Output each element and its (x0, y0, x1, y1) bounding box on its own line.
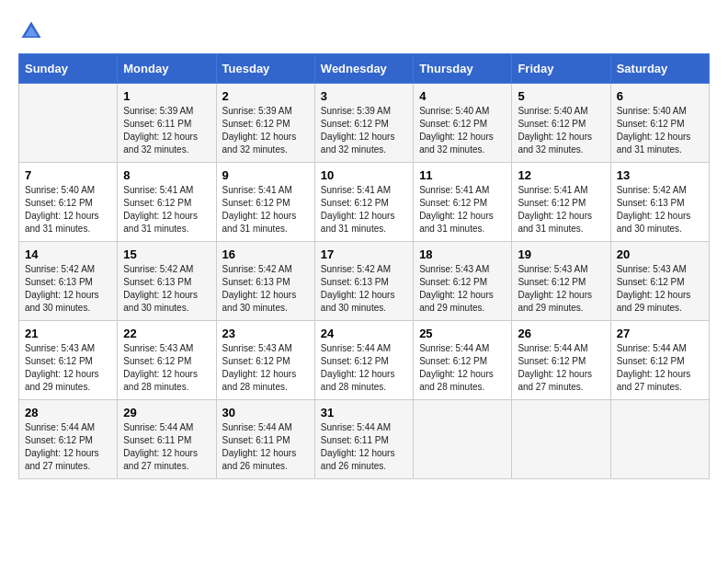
day-info: Sunrise: 5:44 AMSunset: 6:12 PMDaylight:… (518, 342, 604, 394)
day-info: Sunrise: 5:39 AMSunset: 6:11 PMDaylight:… (123, 105, 210, 156)
day-info: Sunrise: 5:40 AMSunset: 6:12 PMDaylight:… (419, 105, 506, 156)
day-info: Sunrise: 5:43 AMSunset: 6:12 PMDaylight:… (617, 263, 703, 315)
day-info: Sunrise: 5:39 AMSunset: 6:12 PMDaylight:… (222, 105, 309, 156)
calendar-cell: 29Sunrise: 5:44 AMSunset: 6:11 PMDayligh… (118, 400, 216, 479)
calendar-header-row: SundayMondayTuesdayWednesdayThursdayFrid… (19, 54, 710, 84)
day-info: Sunrise: 5:43 AMSunset: 6:12 PMDaylight:… (25, 342, 111, 394)
day-info: Sunrise: 5:42 AMSunset: 6:13 PMDaylight:… (617, 184, 703, 236)
calendar-week-3: 21Sunrise: 5:43 AMSunset: 6:12 PMDayligh… (19, 321, 710, 400)
day-number: 7 (25, 168, 111, 182)
calendar-cell: 31Sunrise: 5:44 AMSunset: 6:11 PMDayligh… (314, 400, 413, 479)
day-number: 6 (617, 89, 703, 103)
day-info: Sunrise: 5:44 AMSunset: 6:12 PMDaylight:… (321, 342, 407, 394)
day-number: 30 (222, 406, 309, 419)
day-header-thursday: Thursday (414, 54, 512, 84)
day-info: Sunrise: 5:42 AMSunset: 6:13 PMDaylight:… (123, 263, 210, 315)
day-number: 11 (419, 168, 506, 182)
day-header-saturday: Saturday (610, 54, 709, 84)
calendar-cell: 4Sunrise: 5:40 AMSunset: 6:12 PMDaylight… (414, 84, 512, 163)
day-number: 3 (321, 89, 407, 103)
day-info: Sunrise: 5:44 AMSunset: 6:12 PMDaylight:… (25, 421, 111, 473)
day-number: 29 (123, 406, 210, 419)
day-info: Sunrise: 5:40 AMSunset: 6:12 PMDaylight:… (617, 105, 703, 156)
calendar-cell: 27Sunrise: 5:44 AMSunset: 6:12 PMDayligh… (610, 321, 709, 400)
day-number: 10 (321, 168, 407, 182)
calendar-cell: 15Sunrise: 5:42 AMSunset: 6:13 PMDayligh… (118, 242, 216, 321)
calendar-cell: 13Sunrise: 5:42 AMSunset: 6:13 PMDayligh… (610, 163, 709, 242)
calendar-week-1: 7Sunrise: 5:40 AMSunset: 6:12 PMDaylight… (19, 163, 710, 242)
calendar-cell: 26Sunrise: 5:44 AMSunset: 6:12 PMDayligh… (512, 321, 610, 400)
day-number: 22 (123, 327, 210, 340)
day-header-tuesday: Tuesday (216, 54, 314, 84)
day-number: 27 (617, 327, 703, 340)
calendar-cell: 11Sunrise: 5:41 AMSunset: 6:12 PMDayligh… (414, 163, 512, 242)
calendar-cell: 19Sunrise: 5:43 AMSunset: 6:12 PMDayligh… (512, 242, 610, 321)
day-info: Sunrise: 5:41 AMSunset: 6:12 PMDaylight:… (123, 184, 210, 236)
day-info: Sunrise: 5:40 AMSunset: 6:12 PMDaylight:… (518, 105, 604, 156)
logo (18, 18, 48, 44)
calendar-table: SundayMondayTuesdayWednesdayThursdayFrid… (18, 53, 710, 479)
day-info: Sunrise: 5:44 AMSunset: 6:12 PMDaylight:… (419, 342, 506, 394)
calendar-cell: 14Sunrise: 5:42 AMSunset: 6:13 PMDayligh… (19, 242, 118, 321)
day-number: 15 (123, 247, 210, 261)
day-info: Sunrise: 5:44 AMSunset: 6:12 PMDaylight:… (617, 342, 703, 394)
day-number: 14 (25, 247, 111, 261)
calendar-cell: 10Sunrise: 5:41 AMSunset: 6:12 PMDayligh… (314, 163, 413, 242)
day-number: 16 (222, 247, 309, 261)
day-number: 2 (222, 89, 309, 103)
calendar-cell: 28Sunrise: 5:44 AMSunset: 6:12 PMDayligh… (19, 400, 118, 479)
day-number: 5 (518, 89, 604, 103)
day-info: Sunrise: 5:41 AMSunset: 6:12 PMDaylight:… (222, 184, 309, 236)
day-info: Sunrise: 5:42 AMSunset: 6:13 PMDaylight:… (321, 263, 407, 315)
day-number: 9 (222, 168, 309, 182)
day-info: Sunrise: 5:43 AMSunset: 6:12 PMDaylight:… (222, 342, 309, 394)
calendar-cell (19, 84, 118, 163)
day-number: 8 (123, 168, 210, 182)
day-number: 13 (617, 168, 703, 182)
calendar-cell: 22Sunrise: 5:43 AMSunset: 6:12 PMDayligh… (118, 321, 216, 400)
calendar-cell: 1Sunrise: 5:39 AMSunset: 6:11 PMDaylight… (118, 84, 216, 163)
calendar-cell: 30Sunrise: 5:44 AMSunset: 6:11 PMDayligh… (216, 400, 314, 479)
calendar-cell: 16Sunrise: 5:42 AMSunset: 6:13 PMDayligh… (216, 242, 314, 321)
calendar-cell: 8Sunrise: 5:41 AMSunset: 6:12 PMDaylight… (118, 163, 216, 242)
day-info: Sunrise: 5:44 AMSunset: 6:11 PMDaylight:… (123, 421, 210, 473)
day-number: 24 (321, 327, 407, 340)
day-number: 31 (321, 406, 407, 419)
day-info: Sunrise: 5:43 AMSunset: 6:12 PMDaylight:… (419, 263, 506, 315)
day-info: Sunrise: 5:42 AMSunset: 6:13 PMDaylight:… (222, 263, 309, 315)
day-number: 25 (419, 327, 506, 340)
day-number: 21 (25, 327, 111, 340)
calendar-cell: 17Sunrise: 5:42 AMSunset: 6:13 PMDayligh… (314, 242, 413, 321)
calendar-cell: 24Sunrise: 5:44 AMSunset: 6:12 PMDayligh… (314, 321, 413, 400)
calendar-cell: 3Sunrise: 5:39 AMSunset: 6:12 PMDaylight… (314, 84, 413, 163)
logo-icon (18, 18, 44, 44)
calendar-cell: 21Sunrise: 5:43 AMSunset: 6:12 PMDayligh… (19, 321, 118, 400)
day-header-monday: Monday (118, 54, 216, 84)
calendar-cell: 2Sunrise: 5:39 AMSunset: 6:12 PMDaylight… (216, 84, 314, 163)
calendar-week-0: 1Sunrise: 5:39 AMSunset: 6:11 PMDaylight… (19, 84, 710, 163)
day-number: 12 (518, 168, 604, 182)
day-number: 28 (25, 406, 111, 419)
calendar-week-4: 28Sunrise: 5:44 AMSunset: 6:12 PMDayligh… (19, 400, 710, 479)
day-number: 20 (617, 247, 703, 261)
calendar-cell: 12Sunrise: 5:41 AMSunset: 6:12 PMDayligh… (512, 163, 610, 242)
calendar-cell: 23Sunrise: 5:43 AMSunset: 6:12 PMDayligh… (216, 321, 314, 400)
day-info: Sunrise: 5:39 AMSunset: 6:12 PMDaylight:… (321, 105, 407, 156)
day-number: 18 (419, 247, 506, 261)
day-info: Sunrise: 5:42 AMSunset: 6:13 PMDaylight:… (25, 263, 111, 315)
calendar-cell: 20Sunrise: 5:43 AMSunset: 6:12 PMDayligh… (610, 242, 709, 321)
day-number: 23 (222, 327, 309, 340)
day-info: Sunrise: 5:41 AMSunset: 6:12 PMDaylight:… (321, 184, 407, 236)
calendar-week-2: 14Sunrise: 5:42 AMSunset: 6:13 PMDayligh… (19, 242, 710, 321)
day-header-friday: Friday (512, 54, 610, 84)
day-info: Sunrise: 5:41 AMSunset: 6:12 PMDaylight:… (419, 184, 506, 236)
calendar-cell: 7Sunrise: 5:40 AMSunset: 6:12 PMDaylight… (19, 163, 118, 242)
calendar-cell: 9Sunrise: 5:41 AMSunset: 6:12 PMDaylight… (216, 163, 314, 242)
day-number: 1 (123, 89, 210, 103)
day-info: Sunrise: 5:43 AMSunset: 6:12 PMDaylight:… (518, 263, 604, 315)
calendar-cell: 6Sunrise: 5:40 AMSunset: 6:12 PMDaylight… (610, 84, 709, 163)
day-header-sunday: Sunday (19, 54, 118, 84)
day-number: 17 (321, 247, 407, 261)
calendar-cell: 5Sunrise: 5:40 AMSunset: 6:12 PMDaylight… (512, 84, 610, 163)
day-number: 4 (419, 89, 506, 103)
